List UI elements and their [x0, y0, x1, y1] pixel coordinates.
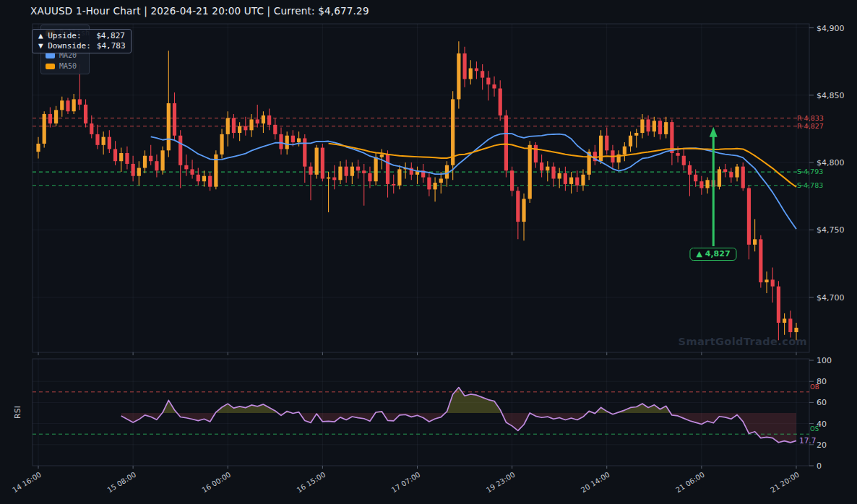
price-tick-label: $4,700 [817, 293, 845, 303]
candle-body [433, 183, 436, 189]
rsi-tick-label: 20 [817, 440, 827, 450]
candle-body [735, 167, 738, 178]
candle-body [119, 153, 123, 161]
candle-body [167, 103, 171, 150]
price-panel [33, 24, 809, 352]
candle-body [492, 84, 496, 89]
legend-swatch [46, 64, 55, 69]
candle-body [244, 126, 247, 131]
candle-body [451, 99, 455, 165]
candle-body [699, 181, 703, 188]
candle-body [771, 279, 775, 286]
level-label: R 4,833 [797, 114, 824, 122]
price-tick-label: $4,900 [817, 24, 845, 33]
rsi-axis-label: RSI [13, 406, 22, 419]
price-tick-label: $4,750 [817, 225, 845, 235]
candle-body [356, 167, 360, 171]
candle-body [161, 150, 165, 170]
candle-body [197, 175, 200, 181]
candle-body [629, 136, 632, 147]
candle-body [747, 188, 751, 245]
candle-body [362, 170, 366, 173]
candle-body [102, 137, 105, 145]
candle-body [546, 167, 549, 171]
candle-body [481, 71, 484, 77]
candle-body [220, 134, 223, 155]
candle-body [462, 53, 466, 79]
candle-body [113, 149, 117, 161]
x-tick-label: 20 14:00 [580, 470, 611, 494]
level-label: S 4,783 [797, 181, 823, 189]
candle-body [374, 157, 378, 182]
candle-body [723, 169, 727, 172]
x-tick-label: 21 20:00 [769, 470, 801, 494]
candle-body [676, 153, 679, 156]
candle-body [783, 318, 786, 323]
candle-body [522, 199, 525, 222]
candle-body [291, 136, 295, 142]
candle-body [759, 239, 762, 282]
candle-body [534, 145, 538, 162]
level-label: S 4,793 [797, 168, 823, 175]
x-tick-label: 15 08:00 [105, 470, 137, 494]
candle-body [718, 169, 721, 186]
legend-label: MA50 [59, 62, 77, 70]
candle-body [249, 119, 253, 130]
candle-body [688, 165, 692, 175]
oversold-label: OS [810, 425, 819, 433]
candle-body [202, 176, 206, 181]
candle-body [321, 148, 324, 179]
candle-body [753, 239, 757, 244]
candle-body [540, 162, 543, 170]
candle-body [132, 164, 135, 176]
candle-body [173, 103, 176, 136]
candle-body [788, 318, 792, 332]
candle-body [262, 116, 265, 123]
candle-body [60, 100, 64, 110]
candle-body [623, 147, 626, 155]
x-tick-label: 21 06:00 [674, 470, 706, 494]
candle-body [777, 287, 780, 323]
candle-body [551, 167, 555, 179]
watermark: SmartGoldTrade.com [679, 336, 807, 347]
candle-body [143, 156, 147, 168]
candle-body [48, 114, 52, 123]
candle-body [327, 178, 330, 179]
candle-body [439, 178, 443, 183]
downside-label: ▼ Downside: [38, 41, 91, 51]
overbought-label: OB [810, 383, 819, 391]
candle-body [303, 139, 306, 167]
candle-body [226, 118, 230, 134]
candle-body [72, 99, 76, 111]
x-tick-label: 14 16:00 [11, 470, 43, 494]
candle-body [297, 139, 301, 143]
candle-body [368, 173, 371, 181]
candle-body [392, 184, 395, 186]
candle-body [78, 99, 82, 104]
candle-body [605, 136, 608, 151]
candle-body [149, 156, 152, 161]
candle-body [510, 170, 514, 191]
candle-body [238, 126, 241, 133]
candle-body [36, 144, 40, 152]
candle-body [279, 134, 283, 149]
candle-body [694, 175, 697, 181]
rsi-panel [33, 359, 809, 466]
candle-body [427, 178, 431, 190]
legend-item-ma50: MA50 [46, 62, 77, 70]
candle-body [794, 328, 798, 332]
rsi-tick-label: 100 [817, 356, 832, 365]
candle-body [682, 156, 686, 165]
price-tick-label: $4,850 [817, 91, 845, 100]
candle-body [155, 161, 158, 170]
candle-body [84, 105, 87, 123]
x-tick-label: 16 15:00 [296, 470, 327, 494]
candle-body [184, 165, 188, 170]
candle-body [256, 119, 259, 123]
candle-body [640, 119, 644, 133]
candle-body [380, 155, 384, 157]
candle-body [285, 136, 289, 149]
candle-body [137, 168, 141, 176]
candle-body [54, 110, 58, 123]
candle-body [90, 123, 93, 134]
